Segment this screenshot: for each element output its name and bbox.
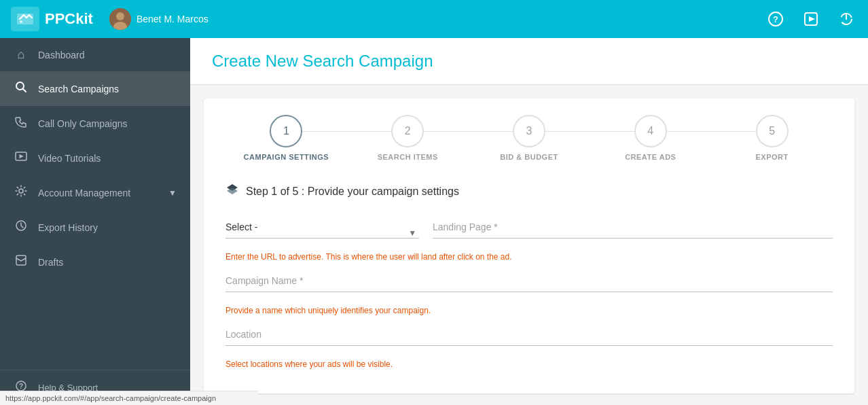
clock-icon	[14, 219, 29, 235]
help-button[interactable]: ?	[765, 8, 786, 30]
status-bar: https://app.ppckit.com/#/app/search-camp…	[0, 391, 258, 405]
main-content: Create New Search Campaign 1 CAMPAIGN SE…	[190, 38, 868, 405]
location-helper: Select locations where your ads will be …	[225, 359, 833, 369]
svg-point-15	[19, 189, 23, 193]
step-2-circle: 2	[391, 115, 424, 147]
sidebar: ⌂ Dashboard Search Campaigns Call Only C…	[0, 38, 190, 405]
stepper: 1 CAMPAIGN SETTINGS 2 SEARCH ITEMS 3 BID…	[225, 115, 833, 161]
sidebar-item-label: Video Tutorials	[38, 153, 101, 164]
sidebar-item-export-history[interactable]: Export History	[0, 210, 190, 245]
landing-page-helper: Enter the URL to advertise. This is wher…	[225, 252, 833, 262]
location-group	[225, 323, 833, 346]
user-info: Benet M. Marcos	[109, 8, 209, 30]
section-heading: Step 1 of 5 : Provide your campaign sett…	[246, 186, 459, 198]
app-logo: PPCkit	[11, 7, 93, 31]
sidebar-item-label: Dashboard	[38, 50, 85, 60]
avatar	[109, 8, 131, 30]
step-3-circle: 3	[513, 115, 545, 147]
svg-rect-17	[16, 256, 26, 265]
page-header: Create New Search Campaign	[190, 38, 868, 85]
step-1: 1 CAMPAIGN SETTINGS	[225, 115, 347, 161]
svg-text:?: ?	[773, 14, 778, 24]
svg-marker-8	[809, 16, 815, 22]
step-3: 3 BID & BUDGET	[469, 115, 590, 161]
svg-point-1	[20, 20, 22, 23]
step-4-label: CREATE ADS	[625, 153, 676, 161]
page-title: Create New Search Campaign	[212, 52, 846, 71]
sidebar-item-label: Export History	[38, 222, 98, 233]
sidebar-item-label: Account Management	[38, 188, 130, 198]
landing-page-input[interactable]	[433, 216, 833, 239]
logo-icon	[11, 7, 39, 31]
url-text: https://app.ppckit.com/#/app/search-camp…	[5, 394, 216, 402]
phone-icon	[14, 116, 29, 131]
dashboard-icon: ⌂	[14, 48, 29, 62]
search-icon	[14, 81, 29, 96]
power-button[interactable]	[835, 8, 857, 30]
sidebar-item-drafts[interactable]: Drafts	[0, 245, 190, 279]
header-actions: ?	[765, 8, 857, 30]
section-title: Step 1 of 5 : Provide your campaign sett…	[225, 183, 833, 200]
svg-text:?: ?	[19, 383, 23, 390]
location-input[interactable]	[225, 323, 833, 346]
svg-marker-14	[20, 154, 24, 158]
step-3-label: BID & BUDGET	[500, 153, 558, 161]
step-5-circle: 5	[756, 115, 789, 147]
form-row-3	[225, 323, 833, 357]
step-1-circle: 1	[270, 115, 302, 147]
drafts-icon	[14, 254, 29, 270]
svg-line-12	[23, 89, 26, 92]
sidebar-item-video-tutorials[interactable]: Video Tutorials	[0, 141, 190, 175]
campaign-name-input[interactable]	[225, 270, 833, 292]
step-4: 4 CREATE ADS	[590, 115, 711, 161]
select-wrapper: Select - ▼	[225, 216, 419, 249]
app-header: PPCkit Benet M. Marcos ?	[0, 0, 868, 38]
step-2: 2 SEARCH ITEMS	[347, 115, 469, 161]
settings-icon	[14, 185, 29, 200]
campaign-name-helper: Provide a name which uniquely identifies…	[225, 306, 833, 315]
chevron-down-icon: ▼	[168, 188, 177, 198]
campaign-name-group	[225, 270, 833, 292]
landing-page-group	[433, 216, 833, 239]
step-5: 5 EXPORT	[711, 115, 833, 161]
sidebar-item-label: Search Campaigns	[38, 84, 119, 94]
step-5-label: EXPORT	[755, 153, 788, 161]
form-row-1: Select - ▼	[225, 216, 833, 249]
sidebar-item-search-campaigns[interactable]: Search Campaigns	[0, 71, 190, 106]
svg-marker-21	[227, 188, 238, 194]
layers-icon	[225, 183, 239, 200]
svg-point-3	[116, 12, 124, 20]
sidebar-item-dashboard[interactable]: ⌂ Dashboard	[0, 38, 190, 71]
notifications-button[interactable]	[800, 8, 822, 30]
video-icon	[14, 150, 29, 166]
user-name: Benet M. Marcos	[137, 14, 209, 24]
content-card: 1 CAMPAIGN SETTINGS 2 SEARCH ITEMS 3 BID…	[204, 99, 854, 393]
step-4-circle: 4	[634, 115, 667, 147]
form-row-2	[225, 270, 833, 303]
logo-text: PPCkit	[45, 10, 93, 28]
sidebar-item-label: Drafts	[38, 257, 63, 268]
step-1-label: CAMPAIGN SETTINGS	[244, 153, 329, 161]
step-2-label: SEARCH ITEMS	[378, 153, 438, 161]
select-dropdown[interactable]: Select -	[225, 216, 419, 239]
sidebar-item-account-management[interactable]: Account Management ▼	[0, 175, 190, 210]
sidebar-item-call-only[interactable]: Call Only Campaigns	[0, 106, 190, 141]
sidebar-item-label: Call Only Campaigns	[38, 118, 128, 129]
